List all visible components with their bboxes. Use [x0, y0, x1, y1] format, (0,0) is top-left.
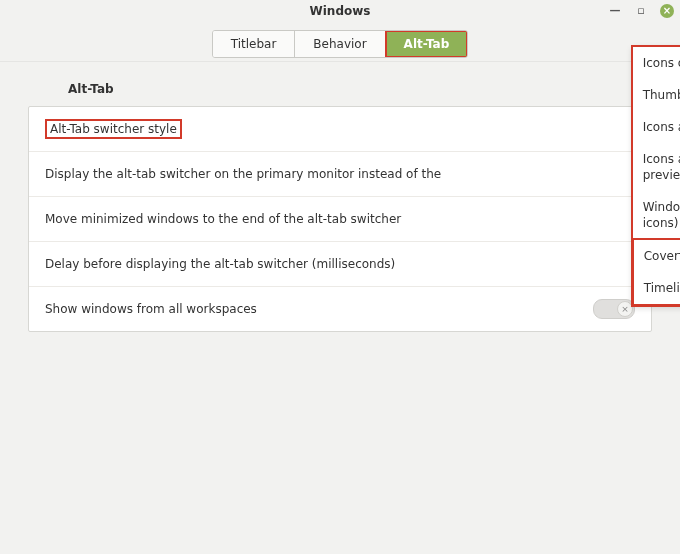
row-switcher-style[interactable]: Alt-Tab switcher style: [29, 107, 651, 152]
close-button[interactable]: ×: [660, 4, 674, 18]
dropdown-item-coverflow[interactable]: Coverflow (3D): [634, 240, 680, 272]
row-primary-monitor[interactable]: Display the alt-tab switcher on the prim…: [29, 152, 651, 197]
row-switcher-style-label: Alt-Tab switcher style: [45, 119, 182, 139]
row-all-workspaces: Show windows from all workspaces ×: [29, 287, 651, 331]
row-delay-label: Delay before displaying the alt-tab swit…: [45, 257, 395, 271]
row-delay[interactable]: Delay before displaying the alt-tab swit…: [29, 242, 651, 287]
tabs: Titlebar Behavior Alt-Tab: [212, 30, 469, 58]
content: Alt-Tab Alt-Tab switcher style Display t…: [0, 62, 680, 352]
window-titlebar: Windows — ▫ ×: [0, 0, 680, 22]
dropdown-item-icons-only[interactable]: Icons only: [633, 47, 680, 79]
row-minimized-end-label: Move minimized windows to the end of the…: [45, 212, 401, 226]
window-controls: — ▫ ×: [608, 0, 674, 22]
section-title: Alt-Tab: [68, 82, 652, 96]
minimize-button[interactable]: —: [608, 4, 622, 18]
dropdown-item-icons-preview[interactable]: Icons and window preview: [633, 143, 680, 191]
dropdown-item-timeline[interactable]: Timeline (3D): [634, 272, 680, 304]
dropdown-item-thumbnails-only[interactable]: Thumbnails only: [633, 79, 680, 111]
toggle-knob: ×: [617, 301, 633, 317]
window-title: Windows: [310, 4, 371, 18]
tab-titlebar[interactable]: Titlebar: [213, 31, 296, 57]
toggle-all-workspaces[interactable]: ×: [593, 299, 635, 319]
row-minimized-end[interactable]: Move minimized windows to the end of the…: [29, 197, 651, 242]
style-dropdown[interactable]: Icons only Thumbnails only Icons and thu…: [632, 46, 680, 306]
dropdown-item-window-preview[interactable]: Window preview (no icons): [633, 191, 680, 239]
row-all-workspaces-label: Show windows from all workspaces: [45, 302, 257, 316]
settings-panel: Alt-Tab switcher style Display the alt-t…: [28, 106, 652, 332]
row-primary-monitor-label: Display the alt-tab switcher on the prim…: [45, 167, 441, 181]
maximize-button[interactable]: ▫: [634, 4, 648, 18]
dropdown-item-icons-thumbnails[interactable]: Icons and thumbnails: [633, 111, 680, 143]
tab-alttab[interactable]: Alt-Tab: [386, 31, 468, 57]
tabs-row: Titlebar Behavior Alt-Tab Icons only Thu…: [0, 22, 680, 62]
dropdown-3d-group: Coverflow (3D) Timeline (3D): [632, 238, 680, 306]
tab-behavior[interactable]: Behavior: [295, 31, 385, 57]
